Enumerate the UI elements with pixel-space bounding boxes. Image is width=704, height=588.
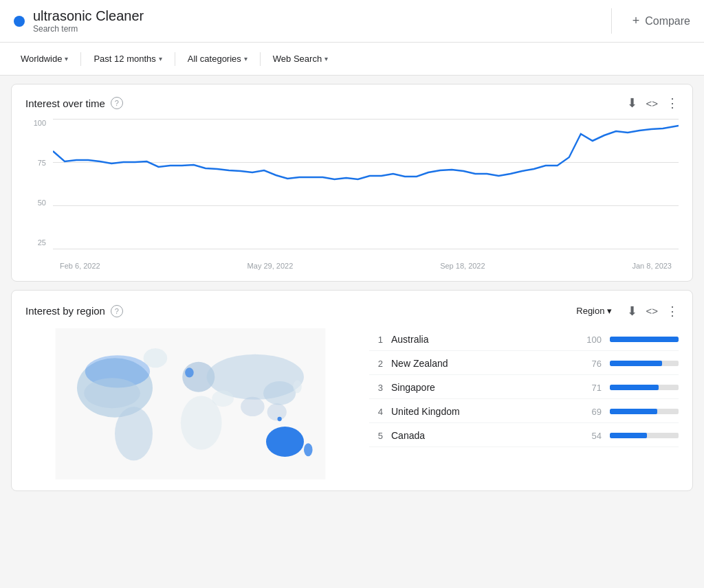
main-content: Interest over time ? ⬇ <> ⋮ 100 75 50 25 <box>0 76 704 499</box>
share-icon[interactable]: ⋮ <box>666 95 679 111</box>
filters-bar: Worldwide ▾ Past 12 months ▾ All categor… <box>0 43 704 76</box>
rank-name-1: Australia <box>391 334 574 345</box>
rank-name-5: Canada <box>391 430 574 441</box>
svg-point-7 <box>212 390 233 407</box>
y-label-25: 25 <box>25 238 46 247</box>
world-map-area <box>25 328 355 479</box>
rank-value-1: 100 <box>582 335 602 345</box>
interest-by-region-title: Interest by region <box>25 305 105 317</box>
search-term-text: ultrasonic Cleaner Search term <box>33 8 144 34</box>
card-header-region: Interest by region ? Region ▾ ⬇ <> ⋮ <box>25 302 679 320</box>
search-term-title: ultrasonic Cleaner <box>33 8 144 24</box>
share-icon-region[interactable]: ⋮ <box>666 304 679 319</box>
compare-plus: + <box>632 14 640 28</box>
chart-container: 100 75 50 25 Feb 6, 2022 May 29, 2022 Se… <box>25 119 679 270</box>
ranking-row: 5 Canada 54 <box>369 425 679 447</box>
rankings-area: 1 Australia 100 2 New Zealand 76 <box>369 328 679 479</box>
ranking-row: 2 New Zealand 76 <box>369 352 679 375</box>
ranking-row: 1 Australia 100 <box>369 328 679 351</box>
region-filter-label: Region <box>576 306 604 316</box>
rank-bar-2 <box>610 361 662 366</box>
help-icon-label: ? <box>115 99 119 107</box>
rank-bar-5 <box>610 433 647 438</box>
rank-bar-container-1 <box>610 337 679 342</box>
rank-num-4: 4 <box>369 407 383 417</box>
filter-time-label: Past 12 months <box>94 54 155 64</box>
filter-search-type-label: Web Search <box>273 54 322 64</box>
region-content: 1 Australia 100 2 New Zealand 76 <box>25 328 679 479</box>
interest-over-time-card: Interest over time ? ⬇ <> ⋮ 100 75 50 25 <box>11 84 693 282</box>
rank-bar-4 <box>610 409 657 414</box>
filter-category[interactable]: All categories ▾ <box>181 49 254 68</box>
filter-separator-1 <box>80 52 81 66</box>
rank-value-4: 69 <box>582 407 602 417</box>
rank-bar-container-3 <box>610 385 679 390</box>
filter-separator-2 <box>175 52 175 66</box>
svg-point-15 <box>278 417 282 421</box>
svg-point-13 <box>266 427 304 457</box>
interest-by-region-card: Interest by region ? Region ▾ ⬇ <> ⋮ <box>11 290 693 491</box>
y-label-100: 100 <box>25 119 46 127</box>
rank-value-2: 76 <box>582 359 602 369</box>
svg-point-9 <box>267 403 287 420</box>
region-chevron-icon: ▾ <box>607 306 612 316</box>
svg-point-14 <box>304 443 313 456</box>
embed-icon-region[interactable]: <> <box>646 305 658 317</box>
download-icon-region[interactable]: ⬇ <box>627 304 637 319</box>
rank-bar-container-5 <box>610 433 679 438</box>
line-chart-svg <box>53 119 679 249</box>
x-label-2: May 29, 2022 <box>248 262 294 270</box>
help-icon-time[interactable]: ? <box>111 97 123 109</box>
rank-num-3: 3 <box>369 383 383 393</box>
rank-num-2: 2 <box>369 359 383 369</box>
card-title-area-region: Interest by region ? <box>25 305 123 317</box>
rank-bar-1 <box>610 337 679 342</box>
rank-name-2: New Zealand <box>391 358 574 369</box>
x-label-4: Jan 8, 2023 <box>632 262 672 270</box>
filter-geo[interactable]: Worldwide ▾ <box>14 49 75 68</box>
chevron-down-icon: ▾ <box>65 55 68 63</box>
rank-num-5: 5 <box>369 431 383 441</box>
region-filter-button[interactable]: Region ▾ <box>569 302 619 320</box>
filter-time[interactable]: Past 12 months ▾ <box>87 49 168 68</box>
world-map-svg <box>25 328 355 479</box>
help-icon-region-label: ? <box>115 307 119 315</box>
svg-point-12 <box>185 368 194 377</box>
chevron-down-icon-3: ▾ <box>244 55 248 63</box>
y-label-50: 50 <box>25 199 46 207</box>
svg-point-3 <box>115 407 153 461</box>
chevron-down-icon-2: ▾ <box>159 55 162 63</box>
term-color-dot <box>14 16 25 27</box>
rank-name-4: United Kingdom <box>391 406 574 417</box>
embed-icon[interactable]: <> <box>646 98 658 109</box>
rank-value-5: 54 <box>582 431 602 441</box>
help-icon-region[interactable]: ? <box>111 305 123 317</box>
compare-label: Compare <box>645 15 690 27</box>
compare-section[interactable]: + Compare <box>612 14 690 28</box>
interest-over-time-title: Interest over time <box>25 98 105 109</box>
rank-bar-3 <box>610 385 659 390</box>
download-icon[interactable]: ⬇ <box>627 95 637 111</box>
card-actions-region: Region ▾ ⬇ <> ⋮ <box>569 302 679 320</box>
rank-bar-container-4 <box>610 409 679 414</box>
filter-category-label: All categories <box>188 54 241 64</box>
chart-y-labels: 100 75 50 25 <box>25 119 46 249</box>
filter-geo-label: Worldwide <box>21 54 62 64</box>
svg-point-11 <box>293 380 302 393</box>
svg-point-17 <box>84 378 140 408</box>
svg-point-8 <box>241 397 265 416</box>
header-bar: ultrasonic Cleaner Search term + Compare <box>0 0 704 43</box>
rank-name-3: Singapore <box>391 382 574 393</box>
x-label-1: Feb 6, 2022 <box>60 262 100 270</box>
ranking-row: 4 United Kingdom 69 <box>369 400 679 423</box>
search-term-type: Search term <box>33 24 144 34</box>
search-term-section: ultrasonic Cleaner Search term <box>14 8 612 34</box>
ranking-row: 3 Singapore 71 <box>369 376 679 399</box>
svg-point-10 <box>263 381 296 405</box>
card-title-area-time: Interest over time ? <box>25 97 123 109</box>
card-actions-time: ⬇ <> ⋮ <box>627 95 679 111</box>
filter-search-type[interactable]: Web Search ▾ <box>266 49 335 68</box>
x-label-3: Sep 18, 2022 <box>440 262 485 270</box>
rank-num-1: 1 <box>369 335 383 345</box>
chevron-down-icon-4: ▾ <box>324 55 328 63</box>
